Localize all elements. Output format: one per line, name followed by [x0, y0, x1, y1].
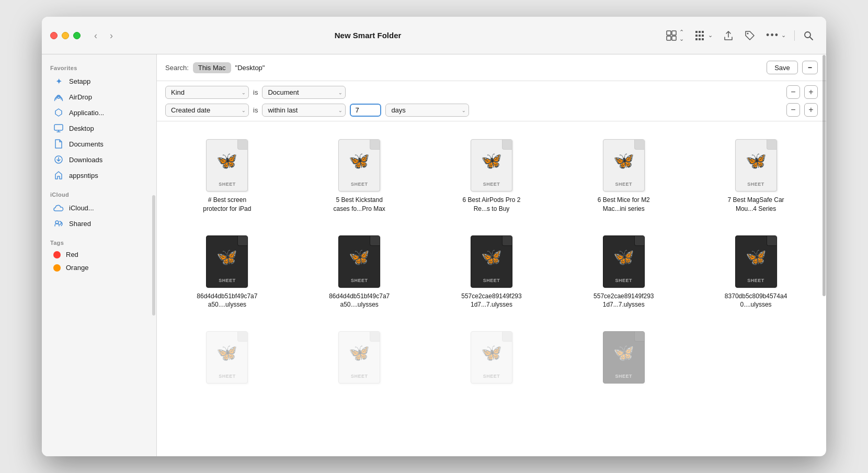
sidebar-item-setapp[interactable]: ✦ Setapp	[45, 73, 153, 89]
within-last-select[interactable]: within last	[262, 104, 346, 117]
file-page-8: 🦋 SHEET	[471, 235, 512, 288]
document-value-select[interactable]: Document	[262, 86, 346, 99]
file-icon-10: 🦋 SHEET	[733, 230, 780, 288]
toolbar-divider	[794, 30, 795, 41]
file-item-partial-3[interactable]: 🦋 SHEET	[430, 322, 554, 388]
file-item-8[interactable]: 🦋 SHEET 557ce2cae89149f2931d7...7.ulysse…	[430, 226, 554, 314]
toolbar-icons: ⌃⌄ ⌄	[661, 26, 818, 46]
file-name-9: 557ce2cae89149f2931d7...7.ulysses	[592, 292, 655, 310]
days-unit-wrapper[interactable]: days	[385, 104, 469, 117]
file-item-1[interactable]: 🦋 SHEET # Best screen protector for iPad	[165, 130, 289, 218]
tags-label: Tags	[42, 235, 156, 248]
document-value-wrapper[interactable]: Document	[262, 86, 346, 99]
sheet-label-8: SHEET	[483, 278, 500, 283]
sheet-label-6: SHEET	[219, 278, 236, 283]
sidebar-item-orange[interactable]: Orange	[45, 261, 153, 274]
kind-field-wrapper[interactable]: Kind	[165, 86, 249, 99]
file-item-partial-2[interactable]: 🦋 SHEET	[298, 322, 421, 388]
sidebar-item-documents[interactable]: Documents	[45, 136, 153, 152]
file-page-6: 🦋 SHEET	[206, 235, 248, 288]
file-item-3[interactable]: 🦋 SHEET 6 Best AirPods Pro 2 Re...s to B…	[430, 130, 554, 218]
kind-field-select[interactable]: Kind	[165, 86, 249, 99]
sidebar-item-red-label: Red	[66, 251, 78, 258]
sidebar-item-desktop-label: Desktop	[69, 125, 94, 132]
file-icon-9: 🦋 SHEET	[600, 230, 647, 288]
sidebar-item-desktop[interactable]: Desktop	[45, 120, 153, 136]
file-name-4: 6 Best Mice for M2 Mac...ini series	[592, 196, 655, 213]
svg-rect-0	[667, 31, 671, 35]
created-date-select[interactable]: Created date	[165, 104, 249, 117]
finder-window: ‹ › New Smart Folder ⌃⌄	[42, 17, 826, 456]
share-button[interactable]	[719, 27, 738, 44]
sidebar-item-red[interactable]: Red	[45, 248, 153, 261]
more-chevron-icon: ⌄	[781, 32, 786, 39]
icloud-icon	[53, 202, 64, 213]
file-page-partial-2: 🦋 SHEET	[338, 331, 380, 384]
file-name-1: # Best screen protector for iPad	[196, 196, 258, 213]
sidebar-item-icloud[interactable]: iCloud...	[45, 200, 153, 216]
this-mac-button[interactable]: This Mac	[193, 62, 231, 73]
applications-icon	[53, 107, 64, 118]
close-search-button[interactable]: −	[802, 61, 818, 74]
red-tag-dot	[53, 251, 61, 258]
svg-rect-10	[695, 38, 698, 40]
file-item-7[interactable]: 🦋 SHEET 86d4d4db51bf49c7a7a50....ulysses	[298, 226, 421, 314]
sidebar-item-downloads-label: Downloads	[69, 156, 102, 164]
sidebar-item-icloud-label: iCloud...	[69, 204, 94, 212]
filter-1-minus-button[interactable]: −	[786, 85, 800, 99]
file-item-10[interactable]: 🦋 SHEET 8370db5c809b4574a40....ulysses	[694, 226, 818, 314]
sheet-label-partial-2: SHEET	[351, 374, 368, 379]
file-item-5[interactable]: 🦋 SHEET 7 Best MagSafe Car Mou...4 Serie…	[694, 130, 818, 218]
filter-1-plus-button[interactable]: +	[804, 85, 818, 99]
view-grid2-button[interactable]: ⌄	[690, 27, 717, 44]
file-icon-7: 🦋 SHEET	[336, 230, 383, 288]
days-number-input[interactable]	[350, 104, 381, 117]
file-item-2[interactable]: 🦋 SHEET 5 Best Kickstand cases fo...Pro …	[298, 130, 421, 218]
orange-tag-dot	[53, 264, 61, 272]
svg-rect-6	[702, 31, 704, 33]
more-button[interactable]: ••• ⌄	[762, 27, 790, 44]
svg-line-15	[810, 37, 813, 40]
butterfly-icon-partial-4: 🦋	[613, 343, 634, 363]
file-icon-1: 🦋 SHEET	[203, 134, 250, 192]
airdrop-icon	[53, 92, 64, 102]
sidebar-item-applications-label: Applicatio...	[69, 109, 104, 117]
file-page-7: 🦋 SHEET	[338, 235, 380, 288]
minimize-button[interactable]	[62, 32, 69, 39]
filter-is-1: is	[253, 88, 258, 96]
filter-2-minus-button[interactable]: −	[786, 103, 800, 117]
sidebar-item-appsntips[interactable]: appsntips	[45, 167, 153, 183]
file-icon-3: 🦋 SHEET	[468, 134, 515, 192]
butterfly-icon-2: 🦋	[349, 151, 370, 171]
filters-section: Kind is Document − +	[157, 81, 826, 121]
sidebar-item-shared[interactable]: Shared	[45, 216, 153, 231]
svg-point-14	[805, 32, 810, 38]
sidebar-item-applications[interactable]: Applicatio...	[45, 105, 153, 120]
file-item-partial-1[interactable]: 🦋 SHEET	[165, 322, 289, 388]
save-button[interactable]: Save	[767, 61, 798, 74]
within-last-wrapper[interactable]: within last	[262, 104, 346, 117]
maximize-button[interactable]	[73, 32, 81, 39]
view-grid1-button[interactable]: ⌃⌄	[661, 26, 688, 46]
tag-button[interactable]	[740, 27, 760, 44]
created-date-wrapper[interactable]: Created date	[165, 104, 249, 117]
file-icon-8: 🦋 SHEET	[468, 230, 515, 288]
close-button[interactable]	[50, 32, 58, 39]
content-scrollbar[interactable]	[822, 54, 826, 456]
filter-2-plus-button[interactable]: +	[804, 103, 818, 117]
icloud-label: iCloud	[42, 187, 156, 200]
sheet-label-2: SHEET	[351, 182, 368, 187]
file-item-partial-4[interactable]: 🦋 SHEET	[562, 322, 686, 388]
main-layout: Favorites ✦ Setapp AirDrop Applicatio...	[42, 54, 826, 456]
file-name-3: 6 Best AirPods Pro 2 Re...s to Buy	[460, 196, 523, 213]
sidebar-item-downloads[interactable]: Downloads	[45, 152, 153, 167]
search-button[interactable]	[799, 27, 818, 44]
file-item-4[interactable]: 🦋 SHEET 6 Best Mice for M2 Mac...ini ser…	[562, 130, 686, 218]
sidebar-item-airdrop[interactable]: AirDrop	[45, 89, 153, 105]
sheet-label-1: SHEET	[219, 182, 236, 187]
file-grid-container: 🦋 SHEET # Best screen protector for iPad…	[157, 121, 826, 456]
file-item-9[interactable]: 🦋 SHEET 557ce2cae89149f2931d7...7.ulysse…	[562, 226, 686, 314]
ellipsis-icon: •••	[766, 30, 779, 41]
days-unit-select[interactable]: days	[385, 104, 469, 117]
file-item-6[interactable]: 🦋 SHEET 86d4d4db51bf49c7a7a50....ulysses	[165, 226, 289, 314]
